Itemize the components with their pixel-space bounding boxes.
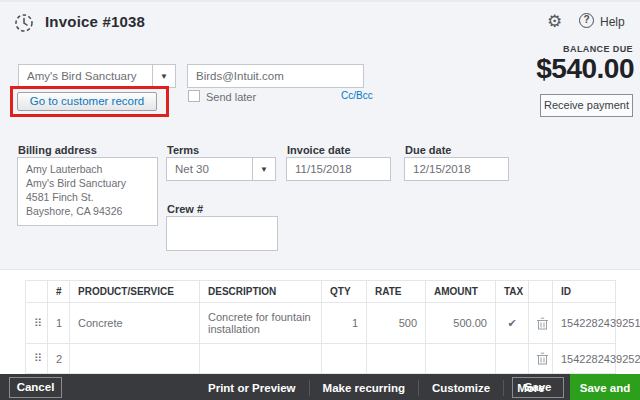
terms-select-value: Net 30 xyxy=(167,163,252,175)
drag-handle-icon[interactable]: ⠿ xyxy=(26,303,48,344)
row-num: 2 xyxy=(48,344,70,374)
action-bar-links: Print or Preview Make recurring Customiz… xyxy=(195,374,558,400)
table-header-row: # PRODUCT/SERVICE DESCRIPTION QTY RATE A… xyxy=(26,281,616,303)
col-qty: QTY xyxy=(322,281,367,303)
description-cell[interactable] xyxy=(200,344,322,374)
row-num: 1 xyxy=(48,303,70,344)
qty-cell[interactable] xyxy=(322,344,367,374)
col-amount: AMOUNT xyxy=(426,281,496,303)
rate-cell[interactable] xyxy=(367,344,426,374)
cc-bcc-link[interactable]: Cc/Bcc xyxy=(341,90,373,101)
save-button[interactable]: Save xyxy=(512,377,564,398)
delete-row-button[interactable] xyxy=(529,344,553,374)
amount-cell[interactable]: 500.00 xyxy=(426,303,496,344)
col-num: # xyxy=(48,281,70,303)
id-cell: 1542282439252 xyxy=(553,344,616,374)
drag-column-header xyxy=(26,281,48,303)
terms-label: Terms xyxy=(167,144,199,156)
gear-icon[interactable]: ⚙ xyxy=(547,11,562,32)
billing-address-line: Bayshore, CA 94326 xyxy=(26,205,149,219)
billing-address-line: 4581 Finch St. xyxy=(26,191,149,205)
save-and-send-button[interactable]: Save and send xyxy=(570,374,640,400)
billing-address-field[interactable]: Amy Lauterbach Amy's Bird Sanctuary 4581… xyxy=(17,157,158,226)
crew-number-field[interactable] xyxy=(166,216,278,251)
due-date-field[interactable] xyxy=(404,157,509,181)
balance-due-amount: $540.00 xyxy=(536,53,634,85)
history-icon[interactable] xyxy=(14,13,34,33)
col-description: DESCRIPTION xyxy=(200,281,322,303)
invoice-date-label: Invoice date xyxy=(287,144,351,156)
help-label[interactable]: Help xyxy=(600,15,625,29)
due-date-label: Due date xyxy=(405,144,451,156)
terms-select[interactable]: Net 30 ▼ xyxy=(166,157,276,181)
col-product-service: PRODUCT/SERVICE xyxy=(70,281,200,303)
invoice-date-field[interactable] xyxy=(286,157,391,181)
action-bar: Cancel Print or Preview Make recurring C… xyxy=(0,374,640,400)
customer-select-value: Amy's Bird Sanctuary xyxy=(19,70,152,82)
table-row[interactable]: ⠿ 1 Concrete Concrete for fountain insta… xyxy=(26,303,616,344)
invoice-page: Invoice #1038 ⚙ ? Help Amy's Bird Sanctu… xyxy=(0,0,640,400)
product-cell[interactable]: Concrete xyxy=(70,303,200,344)
make-recurring-button[interactable]: Make recurring xyxy=(310,382,418,394)
description-cell[interactable]: Concrete for fountain installation xyxy=(200,303,322,344)
rate-cell[interactable]: 500 xyxy=(367,303,426,344)
line-items-table: # PRODUCT/SERVICE DESCRIPTION QTY RATE A… xyxy=(25,280,616,374)
col-tax: TAX xyxy=(496,281,529,303)
customize-button[interactable]: Customize xyxy=(419,382,503,394)
chevron-down-icon[interactable]: ▼ xyxy=(252,158,275,180)
customer-select[interactable]: Amy's Bird Sanctuary ▼ xyxy=(18,64,176,88)
delete-row-button[interactable] xyxy=(529,303,553,344)
table-row[interactable]: ⠿ 2 1542282439252 xyxy=(26,344,616,374)
help-icon[interactable]: ? xyxy=(579,13,594,28)
email-field[interactable] xyxy=(187,64,364,88)
id-cell: 1542282439251 xyxy=(553,303,616,344)
tax-check-icon[interactable]: ✔ xyxy=(496,303,529,344)
product-cell[interactable] xyxy=(70,344,200,374)
page-title: Invoice #1038 xyxy=(45,13,145,30)
amount-cell[interactable] xyxy=(426,344,496,374)
drag-handle-icon[interactable]: ⠿ xyxy=(26,344,48,374)
tax-cell[interactable] xyxy=(496,344,529,374)
send-later-label: Send later xyxy=(206,91,256,103)
crew-number-label: Crew # xyxy=(167,203,203,215)
go-to-customer-record-button[interactable]: Go to customer record xyxy=(17,92,157,111)
col-id: ID xyxy=(553,281,616,303)
billing-address-line: Amy Lauterbach xyxy=(26,163,149,177)
send-later-checkbox[interactable] xyxy=(188,90,200,102)
receive-payment-button[interactable]: Receive payment xyxy=(540,94,633,117)
col-rate: RATE xyxy=(367,281,426,303)
cancel-button[interactable]: Cancel xyxy=(9,377,62,398)
trash-icon xyxy=(537,317,548,330)
chevron-down-icon[interactable]: ▼ xyxy=(152,65,175,87)
trash-icon xyxy=(537,352,548,365)
billing-address-label: Billing address xyxy=(18,144,97,156)
billing-address-line: Amy's Bird Sanctuary xyxy=(26,177,149,191)
print-or-preview-button[interactable]: Print or Preview xyxy=(195,382,309,394)
trash-column-header xyxy=(529,281,553,303)
qty-cell[interactable]: 1 xyxy=(322,303,367,344)
